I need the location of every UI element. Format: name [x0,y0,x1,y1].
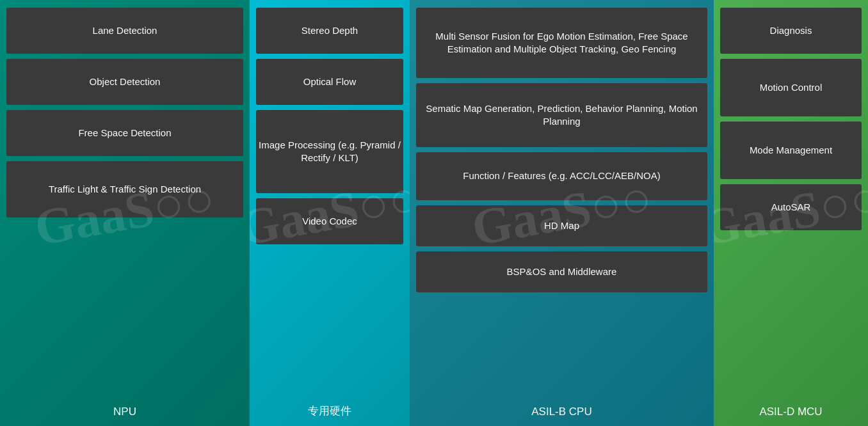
cpu-card-function: Function / Features (e.g. ACC/LCC/AEB/NO… [416,152,707,200]
hw-card-image-processing: Image Processing (e.g. Pyramid / Rectify… [256,110,403,193]
npu-card-traffic: Traffic Light & Traffic Sign Detection [6,161,243,217]
hardware-label: 专用硬件 [256,398,403,421]
cpu-card-map-gen: Sematic Map Generation, Prediction, Beha… [416,83,707,147]
mcu-label: ASIL-D MCU [720,400,862,421]
hw-card-video: Video Codec [256,198,403,244]
npu-label: NPU [6,400,243,421]
mcu-card-autosar: AutoSAR [720,184,862,230]
npu-card-object-detection: Object Detection [6,59,243,105]
hw-card-optical: Optical Flow [256,59,403,105]
npu-card-free-space: Free Space Detection [6,110,243,156]
mcu-card-diagnosis: Diagnosis [720,8,862,54]
mcu-card-mode-management: Mode Management [720,122,862,179]
mcu-card-motion-control: Motion Control [720,59,862,116]
npu-column: GaaS○○ Lane Detection Object Detection F… [0,0,250,426]
cpu-column: GaaS○○ Multi Sensor Fusion for Ego Motio… [410,0,714,426]
hw-card-stereo: Stereo Depth [256,8,403,54]
cpu-card-bsp: BSP&OS and Middleware [416,251,707,292]
mcu-column: GaaS○○ Diagnosis Motion Control Mode Man… [714,0,868,426]
hardware-column: GaaS○○ Stereo Depth Optical Flow Image P… [250,0,410,426]
cpu-card-hd-map: HD Map [416,205,707,246]
cpu-label: ASIL-B CPU [416,400,707,421]
npu-card-lane-detection: Lane Detection [6,8,243,54]
cpu-card-sensor-fusion: Multi Sensor Fusion for Ego Motion Estim… [416,8,707,78]
main-container: GaaS○○ Lane Detection Object Detection F… [0,0,868,426]
